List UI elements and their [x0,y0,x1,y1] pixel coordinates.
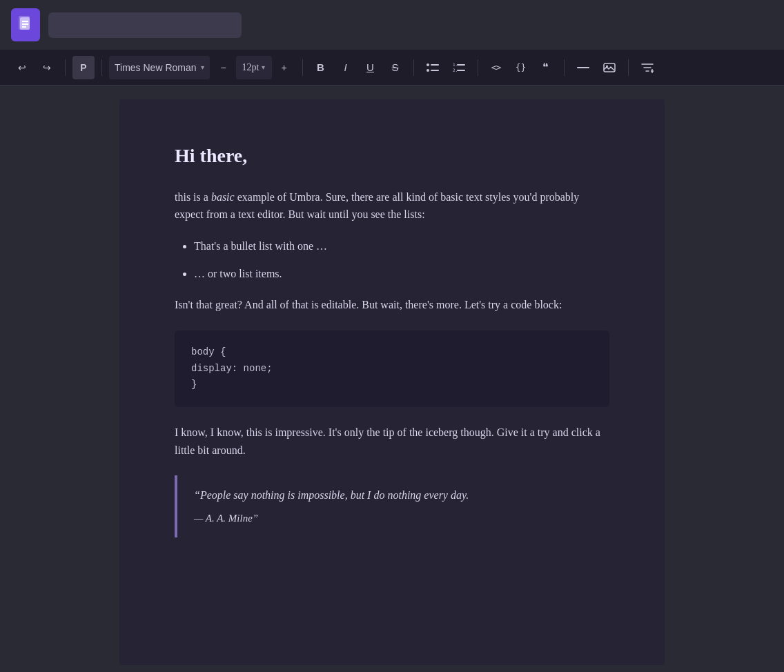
list-item: … or two list items. [194,265,609,283]
font-size-group: − 12pt ▾ + [213,56,295,79]
bold-button[interactable]: B [310,56,332,79]
paragraph-style-button[interactable]: P [72,56,95,79]
intro-paragraph: this is a basic example of Umbra. Sure, … [175,188,609,224]
horizontal-rule-button[interactable] [571,56,595,79]
code-line-1: body { [191,344,593,361]
app-icon [11,8,40,41]
undo-button[interactable]: ↩ [11,56,33,79]
sep-5 [478,59,478,76]
blockquote-text: “People say nothing is impossible, but I… [194,486,593,504]
editor-area[interactable]: Hi there, this is a basic example of Umb… [0,86,784,672]
font-size-chevron-icon: ▾ [262,63,265,71]
blockquote-author: — A. A. Milne” [194,510,593,526]
blockquote: “People say nothing is impossible, but I… [175,475,609,537]
strikethrough-button[interactable]: S [384,56,406,79]
font-size-display: 12pt ▾ [236,56,272,79]
filter-button[interactable] [636,56,659,79]
document-title-input[interactable]: Example Document [48,12,242,38]
sep-2 [101,59,102,76]
font-family-selector[interactable]: Times New Roman ▾ [109,56,210,79]
svg-point-5 [427,63,429,66]
code-block-button[interactable]: {} [510,56,532,79]
sep-1 [65,59,66,76]
svg-rect-11 [457,64,465,66]
top-bar: Example Document [0,0,784,50]
increase-font-size-button[interactable]: + [273,56,295,79]
paragraph-3: I know, I know, this is impressive. It's… [175,424,609,459]
chevron-down-icon: ▾ [201,63,204,71]
redo-button[interactable]: ↪ [36,56,58,79]
inline-code-button[interactable]: <> [485,56,507,79]
svg-rect-13 [577,67,589,68]
document-page[interactable]: Hi there, this is a basic example of Umb… [119,99,665,665]
code-line-2: display: none; [191,361,593,377]
paragraph-2: Isn't that great? And all of that is edi… [175,296,609,314]
decrease-font-size-button[interactable]: − [213,56,235,79]
sep-6 [564,59,565,76]
code-block: body { display: none; } [175,330,609,407]
sep-7 [628,59,629,76]
bullet-list: That's a bullet list with one … … or two… [194,237,609,282]
underline-button[interactable]: U [360,56,382,79]
ordered-list-button[interactable]: 1. 2. [447,56,471,79]
document-heading: Hi there, [175,141,609,172]
svg-rect-8 [431,70,439,71]
bullet-list-button[interactable] [421,56,444,79]
code-line-3: } [191,377,593,393]
sep-3 [302,59,303,76]
toolbar: ↩ ↪ P Times New Roman ▾ − 12pt ▾ + B I U… [0,50,784,86]
blockquote-button[interactable]: ❝ [535,56,557,79]
insert-image-button[interactable] [598,56,621,79]
italic-button[interactable]: I [335,56,357,79]
list-item: That's a bullet list with one … [194,237,609,255]
svg-rect-7 [431,64,439,66]
svg-rect-12 [457,70,465,71]
svg-point-6 [427,69,429,72]
sep-4 [413,59,414,76]
